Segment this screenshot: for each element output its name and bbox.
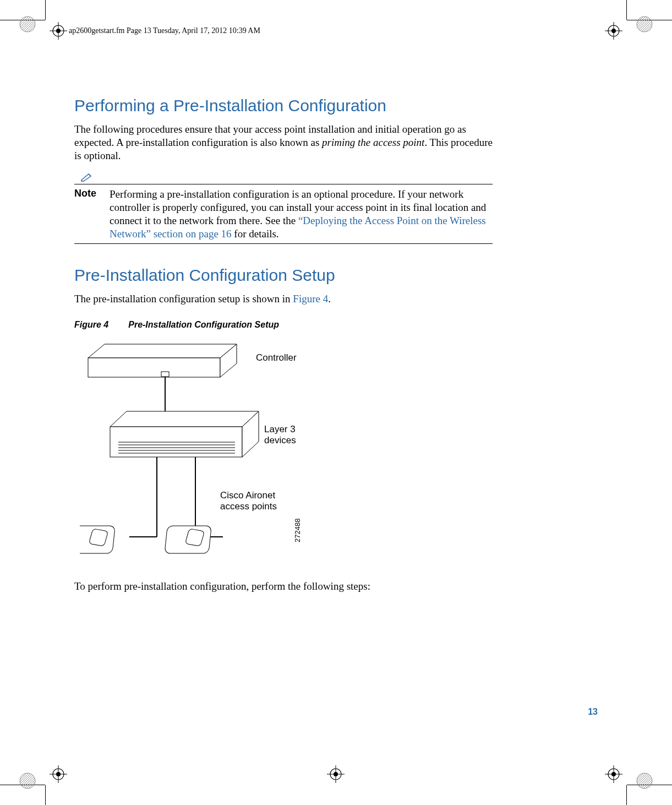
note-text-b: for details.: [232, 228, 279, 240]
svg-marker-24: [88, 344, 237, 358]
note-block: Note Performing a pre-installation confi…: [74, 173, 493, 244]
layer3-box: [110, 411, 259, 457]
cropmark: [45, 0, 46, 20]
page-number: 13: [588, 707, 598, 717]
svg-marker-28: [110, 411, 259, 427]
hatched-circle-icon: [636, 772, 653, 790]
figure4-link[interactable]: Figure 4: [293, 293, 328, 304]
setup-intro-a: The pre-installation configuration setup…: [74, 293, 293, 304]
content-area: Performing a Pre-Installation Configurat…: [74, 96, 493, 603]
hatched-circle-icon: [19, 772, 36, 790]
setup-intro-b: .: [328, 293, 331, 304]
note-rule-bottom: [74, 243, 493, 244]
setup-intro-paragraph: The pre-installation configuration setup…: [74, 292, 493, 306]
access-point-left: [80, 526, 115, 553]
svg-point-21: [637, 17, 652, 32]
intro-text-italic: priming the access point: [322, 137, 424, 148]
figure-title: Pre-Installation Configuration Setup: [128, 320, 279, 329]
controller-label: Controller: [256, 352, 297, 363]
cropmark: [45, 785, 46, 805]
registration-mark-icon: [605, 22, 622, 40]
figure-caption: Figure 4Pre-Installation Configuration S…: [74, 320, 493, 330]
svg-rect-25: [88, 358, 220, 377]
note-pencil-icon: [81, 173, 93, 182]
doc-header: ap2600getstart.fm Page 13 Tuesday, April…: [69, 26, 260, 35]
registration-mark-icon: [50, 22, 67, 40]
heading-preinstall-config: Performing a Pre-Installation Configurat…: [74, 96, 493, 115]
after-figure-text: To perform pre-installation configuratio…: [74, 580, 493, 593]
svg-rect-27: [161, 372, 169, 377]
ap-label-1: Cisco Aironet: [220, 490, 275, 501]
figure-4-diagram: Controller Layer 3 devices: [80, 339, 311, 564]
cropmark: [626, 785, 627, 805]
svg-point-23: [637, 773, 652, 788]
svg-point-20: [20, 17, 35, 32]
hatched-circle-icon: [636, 15, 653, 33]
layer3-label-1: Layer 3: [264, 424, 296, 434]
note-label: Note: [74, 188, 110, 199]
figure-label: Figure 4: [74, 320, 108, 329]
registration-mark-icon: [50, 765, 67, 783]
note-body: Performing a pre-installation configurat…: [110, 188, 493, 240]
figure-ref-number: 272488: [293, 519, 302, 542]
intro-paragraph: The following procedures ensure that you…: [74, 123, 493, 162]
registration-mark-icon: [327, 765, 345, 783]
controller-box: [88, 344, 237, 377]
svg-point-22: [20, 773, 35, 788]
registration-mark-icon: [605, 765, 622, 783]
layer3-label-2: devices: [264, 435, 296, 445]
page: ap2600getstart.fm Page 13 Tuesday, April…: [0, 0, 672, 805]
hatched-circle-icon: [19, 15, 36, 33]
heading-setup: Pre-Installation Configuration Setup: [74, 266, 493, 285]
cropmark: [626, 0, 627, 20]
access-point-right: [165, 526, 211, 553]
ap-label-2: access points: [220, 501, 277, 512]
